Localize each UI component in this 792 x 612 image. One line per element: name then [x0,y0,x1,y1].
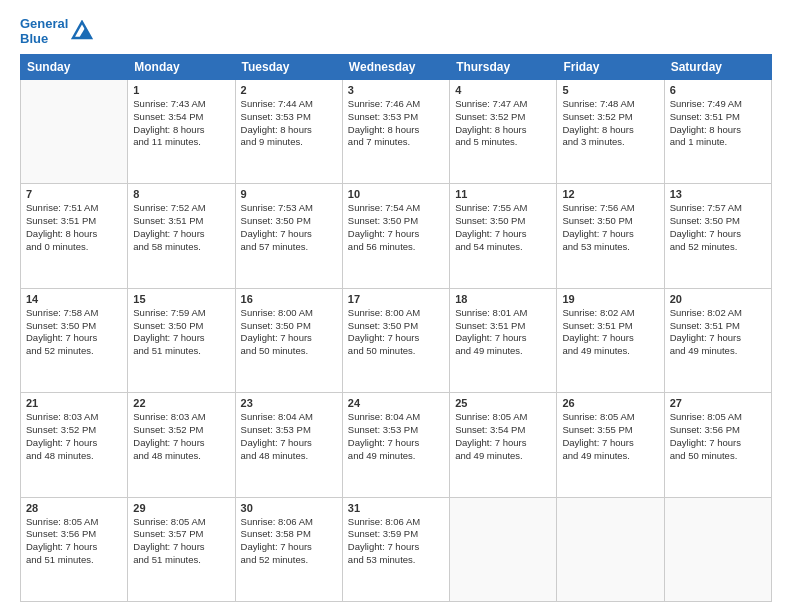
day-cell: 26Sunrise: 8:05 AM Sunset: 3:55 PM Dayli… [557,393,664,497]
day-cell: 6Sunrise: 7:49 AM Sunset: 3:51 PM Daylig… [664,80,771,184]
day-cell: 29Sunrise: 8:05 AM Sunset: 3:57 PM Dayli… [128,497,235,601]
day-number: 28 [26,502,122,514]
logo-icon [71,20,93,42]
day-number: 30 [241,502,337,514]
day-info: Sunrise: 8:06 AM Sunset: 3:58 PM Dayligh… [241,516,337,567]
day-number: 12 [562,188,658,200]
day-info: Sunrise: 7:59 AM Sunset: 3:50 PM Dayligh… [133,307,229,358]
day-number: 14 [26,293,122,305]
day-cell: 10Sunrise: 7:54 AM Sunset: 3:50 PM Dayli… [342,184,449,288]
day-number: 23 [241,397,337,409]
weekday-friday: Friday [557,55,664,80]
day-cell: 4Sunrise: 7:47 AM Sunset: 3:52 PM Daylig… [450,80,557,184]
day-info: Sunrise: 7:57 AM Sunset: 3:50 PM Dayligh… [670,202,766,253]
day-number: 5 [562,84,658,96]
day-cell: 9Sunrise: 7:53 AM Sunset: 3:50 PM Daylig… [235,184,342,288]
day-number: 21 [26,397,122,409]
day-number: 26 [562,397,658,409]
day-cell: 19Sunrise: 8:02 AM Sunset: 3:51 PM Dayli… [557,288,664,392]
day-cell: 30Sunrise: 8:06 AM Sunset: 3:58 PM Dayli… [235,497,342,601]
day-number: 7 [26,188,122,200]
day-number: 17 [348,293,444,305]
week-row-2: 7Sunrise: 7:51 AM Sunset: 3:51 PM Daylig… [21,184,772,288]
day-cell: 7Sunrise: 7:51 AM Sunset: 3:51 PM Daylig… [21,184,128,288]
day-number: 20 [670,293,766,305]
weekday-tuesday: Tuesday [235,55,342,80]
day-cell: 12Sunrise: 7:56 AM Sunset: 3:50 PM Dayli… [557,184,664,288]
day-info: Sunrise: 7:46 AM Sunset: 3:53 PM Dayligh… [348,98,444,149]
weekday-saturday: Saturday [664,55,771,80]
day-number: 18 [455,293,551,305]
day-info: Sunrise: 7:54 AM Sunset: 3:50 PM Dayligh… [348,202,444,253]
day-info: Sunrise: 8:04 AM Sunset: 3:53 PM Dayligh… [348,411,444,462]
day-cell: 8Sunrise: 7:52 AM Sunset: 3:51 PM Daylig… [128,184,235,288]
day-info: Sunrise: 7:43 AM Sunset: 3:54 PM Dayligh… [133,98,229,149]
day-info: Sunrise: 8:02 AM Sunset: 3:51 PM Dayligh… [562,307,658,358]
day-cell: 2Sunrise: 7:44 AM Sunset: 3:53 PM Daylig… [235,80,342,184]
day-number: 8 [133,188,229,200]
day-info: Sunrise: 8:02 AM Sunset: 3:51 PM Dayligh… [670,307,766,358]
day-cell: 20Sunrise: 8:02 AM Sunset: 3:51 PM Dayli… [664,288,771,392]
day-number: 15 [133,293,229,305]
day-info: Sunrise: 7:56 AM Sunset: 3:50 PM Dayligh… [562,202,658,253]
day-info: Sunrise: 8:05 AM Sunset: 3:56 PM Dayligh… [26,516,122,567]
day-info: Sunrise: 8:01 AM Sunset: 3:51 PM Dayligh… [455,307,551,358]
day-info: Sunrise: 7:53 AM Sunset: 3:50 PM Dayligh… [241,202,337,253]
day-info: Sunrise: 8:06 AM Sunset: 3:59 PM Dayligh… [348,516,444,567]
day-info: Sunrise: 7:48 AM Sunset: 3:52 PM Dayligh… [562,98,658,149]
day-info: Sunrise: 7:55 AM Sunset: 3:50 PM Dayligh… [455,202,551,253]
page: General Blue SundayMondayTuesdayWednesda… [0,0,792,612]
weekday-monday: Monday [128,55,235,80]
day-number: 6 [670,84,766,96]
day-number: 19 [562,293,658,305]
day-cell: 14Sunrise: 7:58 AM Sunset: 3:50 PM Dayli… [21,288,128,392]
weekday-wednesday: Wednesday [342,55,449,80]
day-number: 25 [455,397,551,409]
day-cell [21,80,128,184]
header: General Blue [20,16,772,46]
day-info: Sunrise: 7:47 AM Sunset: 3:52 PM Dayligh… [455,98,551,149]
weekday-thursday: Thursday [450,55,557,80]
day-cell [557,497,664,601]
week-row-1: 1Sunrise: 7:43 AM Sunset: 3:54 PM Daylig… [21,80,772,184]
day-cell: 17Sunrise: 8:00 AM Sunset: 3:50 PM Dayli… [342,288,449,392]
day-info: Sunrise: 8:05 AM Sunset: 3:55 PM Dayligh… [562,411,658,462]
weekday-sunday: Sunday [21,55,128,80]
logo: General Blue [20,16,93,46]
logo-line2: Blue [20,31,68,46]
day-number: 29 [133,502,229,514]
day-number: 4 [455,84,551,96]
day-number: 24 [348,397,444,409]
day-cell: 27Sunrise: 8:05 AM Sunset: 3:56 PM Dayli… [664,393,771,497]
day-number: 13 [670,188,766,200]
day-cell: 22Sunrise: 8:03 AM Sunset: 3:52 PM Dayli… [128,393,235,497]
calendar-table: SundayMondayTuesdayWednesdayThursdayFrid… [20,54,772,602]
day-cell: 1Sunrise: 7:43 AM Sunset: 3:54 PM Daylig… [128,80,235,184]
day-info: Sunrise: 8:00 AM Sunset: 3:50 PM Dayligh… [348,307,444,358]
day-number: 1 [133,84,229,96]
weekday-header-row: SundayMondayTuesdayWednesdayThursdayFrid… [21,55,772,80]
logo-line1: General [20,16,68,31]
day-number: 27 [670,397,766,409]
day-cell: 13Sunrise: 7:57 AM Sunset: 3:50 PM Dayli… [664,184,771,288]
day-cell: 18Sunrise: 8:01 AM Sunset: 3:51 PM Dayli… [450,288,557,392]
day-number: 16 [241,293,337,305]
day-info: Sunrise: 7:51 AM Sunset: 3:51 PM Dayligh… [26,202,122,253]
day-cell [450,497,557,601]
week-row-4: 21Sunrise: 8:03 AM Sunset: 3:52 PM Dayli… [21,393,772,497]
day-cell: 5Sunrise: 7:48 AM Sunset: 3:52 PM Daylig… [557,80,664,184]
day-number: 2 [241,84,337,96]
day-number: 31 [348,502,444,514]
day-cell: 28Sunrise: 8:05 AM Sunset: 3:56 PM Dayli… [21,497,128,601]
day-cell: 23Sunrise: 8:04 AM Sunset: 3:53 PM Dayli… [235,393,342,497]
day-cell: 21Sunrise: 8:03 AM Sunset: 3:52 PM Dayli… [21,393,128,497]
day-info: Sunrise: 8:03 AM Sunset: 3:52 PM Dayligh… [26,411,122,462]
day-number: 22 [133,397,229,409]
day-number: 10 [348,188,444,200]
day-cell: 11Sunrise: 7:55 AM Sunset: 3:50 PM Dayli… [450,184,557,288]
day-info: Sunrise: 8:05 AM Sunset: 3:56 PM Dayligh… [670,411,766,462]
day-info: Sunrise: 7:44 AM Sunset: 3:53 PM Dayligh… [241,98,337,149]
day-cell: 15Sunrise: 7:59 AM Sunset: 3:50 PM Dayli… [128,288,235,392]
day-cell: 25Sunrise: 8:05 AM Sunset: 3:54 PM Dayli… [450,393,557,497]
day-info: Sunrise: 8:05 AM Sunset: 3:54 PM Dayligh… [455,411,551,462]
